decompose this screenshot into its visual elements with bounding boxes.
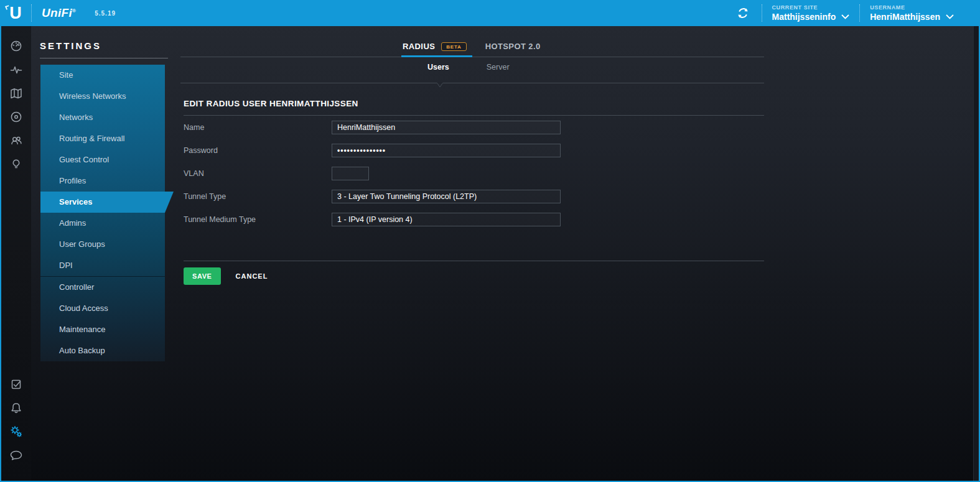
sidebar-item-services[interactable]: Services	[40, 192, 174, 213]
tunnel-type-label: Tunnel Type	[184, 192, 332, 201]
subtab-server[interactable]: Server	[487, 63, 510, 72]
form-row-password: Password	[184, 144, 561, 157]
ubiquiti-logo[interactable]: U	[0, 0, 31, 26]
active-tab-underline	[401, 55, 472, 57]
trademark-mark: ®	[72, 8, 76, 14]
title-divider	[40, 58, 168, 58]
subtab-users[interactable]: Users	[427, 63, 449, 72]
form-row-vlan: VLAN	[184, 167, 561, 180]
form-row-tunnel-type: Tunnel Type	[184, 190, 561, 203]
form-row-tunnel-medium-type: Tunnel Medium Type	[184, 213, 561, 226]
username-selector[interactable]: USERNAME HenriMatthijssen	[870, 4, 954, 22]
current-site-label: CURRENT SITE	[772, 4, 850, 11]
header-divider	[762, 4, 762, 22]
form-bottom-divider	[184, 261, 764, 261]
chevron-down-icon	[841, 14, 849, 19]
version-label: 5.5.19	[95, 10, 116, 17]
sidebar-item-networks[interactable]: Networks	[40, 107, 165, 128]
nav-rail	[1, 26, 31, 481]
name-field[interactable]	[332, 121, 561, 134]
username-value: HenriMatthijssen	[870, 12, 940, 22]
tabs-divider	[180, 57, 764, 57]
events-icon[interactable]	[4, 373, 28, 396]
current-site-selector[interactable]: CURRENT SITE Matthijsseninfo	[772, 4, 850, 22]
settings-sidebar: SETTINGS Site Wireless Networks Networks…	[31, 26, 180, 361]
sidebar-item-controller[interactable]: Controller	[40, 277, 165, 298]
tunnel-medium-type-field[interactable]	[332, 213, 561, 226]
password-label: Password	[184, 146, 332, 155]
save-button[interactable]: SAVE	[184, 267, 221, 285]
clients-icon[interactable]	[4, 129, 28, 152]
statistics-icon[interactable]	[4, 58, 28, 81]
sidebar-item-profiles[interactable]: Profiles	[40, 170, 165, 192]
sidebar-item-dpi[interactable]: DPI	[40, 255, 165, 276]
sidebar-item-wireless-networks[interactable]: Wireless Networks	[40, 86, 165, 107]
dashboard-icon[interactable]	[4, 34, 28, 58]
sidebar-item-site[interactable]: Site	[40, 65, 165, 86]
sidebar-item-admins[interactable]: Admins	[40, 213, 165, 234]
nav-rail-top	[1, 34, 31, 176]
chevron-down-icon	[946, 14, 954, 19]
radius-user-form: Name Password VLAN Tunnel Type Tunnel Me…	[184, 121, 561, 236]
sidebar-item-routing-firewall[interactable]: Routing & Firewall	[40, 128, 165, 149]
form-title: EDIT RADIUS USER HENRIMATTHIJSSEN	[184, 99, 358, 108]
devices-icon[interactable]	[4, 105, 28, 129]
vlan-field[interactable]	[332, 167, 369, 180]
map-icon[interactable]	[4, 81, 28, 105]
tunnel-type-field[interactable]	[332, 190, 561, 203]
insights-icon[interactable]	[4, 152, 28, 176]
settings-menu: Site Wireless Networks Networks Routing …	[40, 65, 165, 361]
vlan-label: VLAN	[184, 169, 332, 178]
header-divider	[31, 4, 32, 22]
form-actions: SAVE CANCEL	[184, 267, 268, 285]
tunnel-medium-type-label: Tunnel Medium Type	[184, 215, 332, 224]
refresh-icon	[735, 6, 750, 21]
top-bar: U UniFi® 5.5.19 CURRENT SITE Matthijssen…	[0, 0, 980, 26]
nav-rail-bottom	[1, 373, 31, 467]
unifi-settings-page: U UniFi® 5.5.19 CURRENT SITE Matthijssen…	[0, 0, 980, 482]
tab-radius[interactable]: RADIUS BETA	[403, 42, 467, 51]
secondary-tabs: Users Server	[427, 63, 510, 72]
active-subtab-notch	[433, 83, 447, 89]
sidebar-item-maintenance[interactable]: Maintenance	[40, 319, 165, 340]
name-label: Name	[184, 123, 332, 132]
scrollbar[interactable]	[973, 26, 979, 481]
current-site-value: Matthijsseninfo	[772, 12, 836, 22]
cancel-button[interactable]: CANCEL	[236, 272, 268, 280]
form-row-name: Name	[184, 121, 561, 134]
sidebar-item-user-groups[interactable]: User Groups	[40, 234, 165, 255]
main-content: RADIUS BETA HOTSPOT 2.0 Users Server EDI…	[180, 26, 803, 461]
subtabs-divider	[180, 83, 764, 83]
unifi-brand: UniFi®	[42, 6, 76, 20]
sidebar-item-guest-control[interactable]: Guest Control	[40, 149, 165, 170]
ubiquiti-logo-letter: U	[9, 5, 22, 22]
page-title: SETTINGS	[40, 40, 180, 51]
top-bar-right: CURRENT SITE Matthijsseninfo USERNAME He…	[735, 0, 980, 26]
sidebar-item-cloud-access[interactable]: Cloud Access	[40, 298, 165, 319]
header-divider	[859, 4, 860, 22]
primary-tabs: RADIUS BETA HOTSPOT 2.0	[403, 42, 541, 51]
refresh-button[interactable]	[735, 6, 750, 21]
top-bar-left: U UniFi® 5.5.19	[0, 0, 116, 26]
alerts-icon[interactable]	[4, 396, 28, 420]
settings-icon[interactable]	[4, 420, 28, 443]
sidebar-item-auto-backup[interactable]: Auto Backup	[40, 340, 165, 361]
password-field[interactable]	[332, 144, 561, 157]
chat-icon[interactable]	[4, 443, 28, 467]
beta-badge: BETA	[441, 42, 466, 51]
form-title-divider	[184, 115, 764, 116]
tab-hotspot[interactable]: HOTSPOT 2.0	[485, 42, 541, 51]
username-label: USERNAME	[870, 4, 954, 11]
